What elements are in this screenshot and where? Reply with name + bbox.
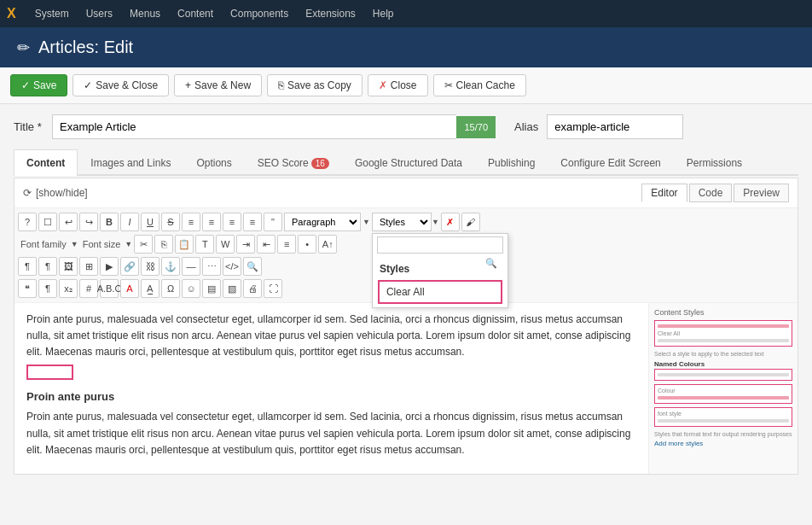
text-cursor	[26, 365, 73, 380]
read-more-btn[interactable]: ⋯	[202, 257, 221, 276]
bold-btn[interactable]: B	[100, 213, 119, 231]
italic-btn[interactable]: I	[120, 213, 139, 231]
body-text-1: Proin ante purus, malesuada vel consecte…	[26, 312, 636, 361]
back-color-btn[interactable]: A̲	[141, 279, 160, 298]
format-brush-btn[interactable]: 🖌	[461, 213, 480, 231]
menu-item-help[interactable]: Help	[364, 0, 403, 27]
title-input-wrap: 15/70	[52, 114, 496, 139]
link-btn[interactable]: 🔗	[120, 257, 139, 276]
font-size-up-btn[interactable]: A↑	[318, 235, 337, 254]
menu-item-menus[interactable]: Menus	[121, 0, 169, 27]
tab-google-structured-data[interactable]: Google Structured Data	[342, 149, 475, 176]
sidebar-preview-title: Content Styles	[654, 308, 792, 317]
clean-cache-button[interactable]: ✂ Clean Cache	[433, 74, 526, 96]
fore-color-btn[interactable]: A	[120, 279, 139, 298]
print-btn[interactable]: 🖨	[243, 279, 262, 298]
title-row: Title * 15/70 Alias	[14, 114, 798, 139]
editor-area: ⟳ [show/hide] Editor Code Preview ? ☐ ↩ …	[14, 178, 798, 475]
special-char-btn[interactable]: ¶	[18, 257, 37, 276]
menu-item-content[interactable]: Content	[169, 0, 222, 27]
template-btn[interactable]: ▧	[223, 279, 241, 298]
search-replace-btn[interactable]: 🔍	[243, 257, 262, 276]
save-close-button[interactable]: ✓ Save & Close	[72, 74, 169, 96]
tab-configure-edit-screen[interactable]: Configure Edit Screen	[548, 149, 673, 176]
show-hide-toggle[interactable]: ⟳ [show/hide]	[23, 187, 88, 199]
outdent-btn[interactable]: ⇤	[257, 235, 276, 254]
title-input[interactable]	[52, 114, 456, 139]
menu-item-users[interactable]: Users	[78, 0, 121, 27]
undo-btn[interactable]: ↩	[59, 213, 78, 231]
editor-main[interactable]: Proin ante purus, malesuada vel consecte…	[14, 303, 648, 474]
media-btn[interactable]: ▶	[100, 257, 119, 276]
save-new-button[interactable]: + Save & New	[174, 74, 262, 96]
tab-seo-score[interactable]: SEO Score16	[245, 149, 342, 176]
ordered-list-btn[interactable]: ≡	[277, 235, 296, 254]
underline-btn[interactable]: U	[141, 213, 160, 231]
page-title: Articles: Edit	[38, 38, 133, 57]
paragraph-select[interactable]: Paragraph	[284, 213, 361, 231]
scissors-icon: ✂	[444, 79, 453, 91]
fullscreen-btn[interactable]: ⛶	[264, 279, 282, 298]
strikethrough-btn[interactable]: S	[161, 213, 180, 231]
show-hide-label: [show/hide]	[36, 187, 88, 199]
redo-btn[interactable]: ↪	[79, 213, 98, 231]
anchor-btn[interactable]: ⚓	[161, 257, 180, 276]
clear-all-button[interactable]: Clear All	[378, 280, 502, 304]
add-more-styles-link[interactable]: Add more styles	[654, 440, 792, 447]
new-doc-btn[interactable]: ☐	[38, 213, 57, 231]
save-button[interactable]: ✓ Save	[10, 74, 67, 96]
editor-tab-code[interactable]: Code	[689, 184, 733, 202]
indent-btn[interactable]: ⇥	[236, 235, 255, 254]
emotion-btn[interactable]: ☺	[182, 279, 200, 298]
hr-btn[interactable]: —	[182, 257, 200, 276]
image-btn[interactable]: 🖼	[59, 257, 78, 276]
table-btn[interactable]: ⊞	[79, 257, 98, 276]
editor-tab-editor[interactable]: Editor	[641, 184, 687, 202]
styles-select[interactable]: Styles	[372, 213, 432, 231]
insert-btn[interactable]: #	[79, 279, 98, 298]
paste-word-btn[interactable]: W	[216, 235, 235, 254]
alias-input[interactable]	[547, 114, 683, 139]
menu-item-system[interactable]: System	[26, 0, 78, 27]
unlink-btn[interactable]: ⛓	[141, 257, 160, 276]
styles-search-input[interactable]	[377, 236, 503, 254]
code-btn[interactable]: </>	[223, 257, 241, 276]
tab-permissions[interactable]: Permissions	[674, 149, 755, 176]
align-left-btn[interactable]: ≡	[182, 213, 200, 231]
save-new-label: Save & New	[194, 79, 251, 91]
font-size-arrow: ▼	[125, 240, 132, 248]
preview-text-1: Clear All	[658, 330, 789, 337]
cut-btn[interactable]: ✂	[134, 235, 153, 254]
editor-view-tabs: Editor Code Preview	[641, 184, 789, 202]
format-btn[interactable]: ▤	[202, 279, 221, 298]
tab-options[interactable]: Options	[183, 149, 244, 176]
paste-btn[interactable]: 📋	[175, 235, 194, 254]
heading: Proin ante purus	[26, 388, 636, 406]
copy-btn[interactable]: ⎘	[154, 235, 173, 254]
paragraph2-btn[interactable]: ¶	[38, 279, 57, 298]
preview-description: Select a style to apply to the selected …	[654, 350, 792, 358]
close-button[interactable]: ✗ Close	[368, 74, 428, 96]
align-right-btn[interactable]: ≡	[223, 213, 241, 231]
sub-btn[interactable]: x₂	[59, 279, 78, 298]
blockquote2-btn[interactable]: ❝	[18, 279, 37, 298]
tab-images-links[interactable]: Images and Links	[78, 149, 183, 176]
char-map-btn[interactable]: Ω	[161, 279, 180, 298]
blockquote-btn[interactable]: "	[264, 213, 282, 231]
editor-tab-preview[interactable]: Preview	[734, 184, 789, 202]
clear-formatting-btn[interactable]: ✗	[441, 213, 460, 231]
abbr-btn[interactable]: A.B.C	[100, 279, 119, 298]
editor-topbar: ⟳ [show/hide] Editor Code Preview	[14, 178, 798, 208]
tab-content[interactable]: Content	[14, 149, 78, 176]
help-btn[interactable]: ?	[18, 213, 37, 231]
tab-publishing[interactable]: Publishing	[475, 149, 548, 176]
align-justify-btn[interactable]: ≡	[243, 213, 262, 231]
paste-text-btn[interactable]: T	[195, 235, 214, 254]
non-break-btn[interactable]: ¶	[38, 257, 57, 276]
menu-item-components[interactable]: Components	[222, 0, 297, 27]
unordered-list-btn[interactable]: •	[298, 235, 316, 254]
align-center-btn[interactable]: ≡	[202, 213, 221, 231]
menu-item-extensions[interactable]: Extensions	[297, 0, 364, 27]
seo-badge: 16	[311, 158, 329, 169]
save-copy-button[interactable]: ⎘ Save as Copy	[267, 74, 362, 96]
